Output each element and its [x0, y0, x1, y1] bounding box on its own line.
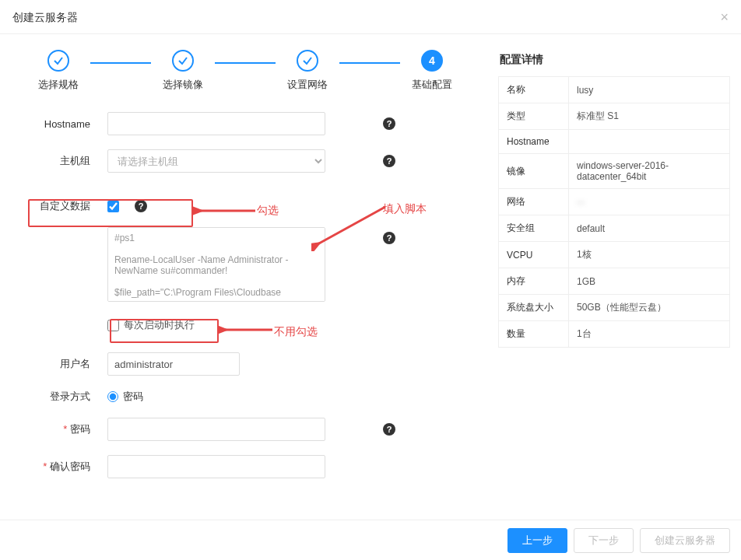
step-check-icon: [297, 50, 318, 72]
stepper: 选择规格 选择镜像 设置网络 4: [23, 50, 467, 92]
details-k: Hostname: [499, 130, 569, 154]
modal-body: 选择规格 选择镜像 设置网络 4: [0, 34, 741, 492]
modal-header: 创建云服务器 ×: [0, 0, 741, 34]
details-k: 镜像: [499, 154, 569, 189]
details-k: 系统盘大小: [499, 295, 569, 321]
details-v: ···: [569, 189, 730, 215]
details-v: 50GB（性能型云盘）: [569, 295, 730, 321]
details-k: 内存: [499, 268, 569, 295]
step-check-icon: [172, 50, 194, 72]
details-k: 数量: [499, 321, 569, 348]
step-check-icon: [47, 50, 69, 72]
modal-title: 创建云服务器: [12, 0, 78, 34]
table-row: 数量1台: [499, 321, 730, 348]
run-on-boot-checkbox[interactable]: [107, 320, 119, 331]
next-button[interactable]: 下一步: [574, 528, 634, 553]
row-customdata: 自定义数据 ?: [8, 199, 483, 213]
step-line: [339, 62, 400, 64]
login-method-label: 登录方式: [8, 390, 107, 404]
run-on-boot-label: 每次启动时执行: [124, 318, 195, 332]
help-icon[interactable]: ?: [383, 155, 395, 167]
modal: 创建云服务器 × 选择规格 选择镜像: [0, 0, 741, 560]
help-icon[interactable]: ?: [383, 117, 395, 130]
login-password-radio[interactable]: [107, 391, 118, 402]
step-current-icon: 4: [421, 50, 443, 72]
table-row: 类型标准型 S1: [499, 103, 730, 130]
password-label: 密码: [8, 422, 107, 436]
username-input[interactable]: [107, 352, 240, 376]
help-icon[interactable]: ?: [383, 232, 395, 244]
table-row: 内存1GB: [499, 268, 730, 295]
details-table: 名称lusy 类型标准型 S1 Hostname 镜像windows-serve…: [498, 76, 730, 348]
script-textarea[interactable]: #ps1 Rename-LocalUser -Name Administrato…: [107, 227, 325, 302]
confirm-password-input[interactable]: [107, 455, 325, 478]
row-password: 密码 ?: [8, 418, 483, 441]
table-row: 网络···: [499, 189, 730, 215]
right-pane: 配置详情 名称lusy 类型标准型 S1 Hostname 镜像windows-…: [490, 45, 741, 492]
row-hostname: Hostname ?: [8, 112, 483, 135]
row-script: #ps1 Rename-LocalUser -Name Administrato…: [8, 227, 483, 304]
row-confirm-password: 确认密码: [8, 455, 483, 478]
hostgroup-label: 主机组: [8, 154, 107, 168]
login-password-option: 密码: [123, 390, 143, 404]
row-username: 用户名: [8, 352, 483, 376]
customdata-checkbox[interactable]: [107, 201, 119, 212]
details-k: 安全组: [499, 215, 569, 242]
close-icon[interactable]: ×: [720, 0, 729, 34]
details-v: windows-server-2016-datacenter_64bit: [569, 154, 730, 189]
step-1-label: 选择规格: [38, 78, 79, 92]
step-3: 设置网络: [272, 50, 342, 92]
username-label: 用户名: [8, 357, 107, 371]
details-v: [569, 130, 730, 154]
details-v: 1GB: [569, 268, 730, 295]
left-pane: 选择规格 选择镜像 设置网络 4: [0, 45, 490, 492]
modal-footer: 上一步 下一步 创建云服务器: [0, 520, 741, 560]
row-hostgroup: 主机组 请选择主机组 ?: [8, 149, 483, 173]
help-icon[interactable]: ?: [135, 200, 147, 212]
details-v: 1台: [569, 321, 730, 348]
details-k: VCPU: [499, 242, 569, 268]
password-input[interactable]: [107, 418, 325, 441]
details-k: 名称: [499, 77, 569, 103]
step-2: 选择镜像: [148, 50, 218, 92]
step-1: 选择规格: [23, 50, 93, 92]
prev-button[interactable]: 上一步: [507, 528, 567, 553]
details-k: 网络: [499, 189, 569, 215]
hostgroup-select[interactable]: 请选择主机组: [107, 149, 325, 173]
step-line: [90, 62, 151, 64]
step-4: 4 基础配置: [397, 50, 467, 92]
table-row: Hostname: [499, 130, 730, 154]
step-2-label: 选择镜像: [163, 78, 203, 92]
hostname-label: Hostname: [8, 118, 107, 130]
details-v: 1核: [569, 242, 730, 268]
create-button[interactable]: 创建云服务器: [640, 528, 730, 553]
table-row: 系统盘大小50GB（性能型云盘）: [499, 295, 730, 321]
row-login-method: 登录方式 密码: [8, 390, 483, 404]
details-k: 类型: [499, 103, 569, 130]
step-4-label: 基础配置: [412, 78, 452, 92]
step-3-label: 设置网络: [287, 78, 328, 92]
details-v: default: [569, 215, 730, 242]
details-title: 配置详情: [500, 53, 730, 67]
confirm-password-label: 确认密码: [8, 460, 107, 474]
customdata-label: 自定义数据: [8, 199, 107, 213]
table-row: VCPU1核: [499, 242, 730, 268]
row-run-on-boot: 每次启动时执行: [8, 318, 483, 332]
table-row: 镜像windows-server-2016-datacenter_64bit: [499, 154, 730, 189]
table-row: 名称lusy: [499, 77, 730, 103]
details-v: 标准型 S1: [569, 103, 730, 130]
help-icon[interactable]: ?: [383, 423, 395, 436]
step-line: [215, 62, 276, 64]
table-row: 安全组default: [499, 215, 730, 242]
hostname-input[interactable]: [107, 112, 325, 135]
details-v: lusy: [569, 77, 730, 103]
